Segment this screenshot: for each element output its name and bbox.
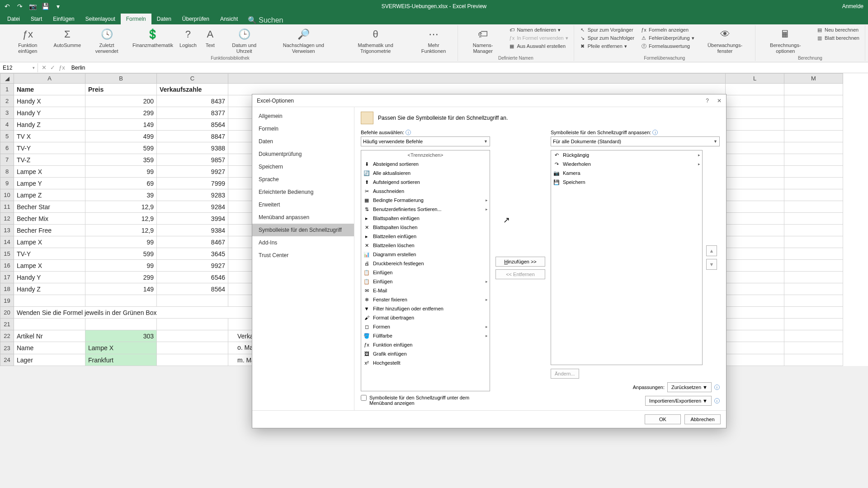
qat-item[interactable]: ↷Wiederholen▸ [551,160,702,169]
command-item[interactable]: 🔄Alle aktualisieren [361,169,490,178]
calc-sheet-button[interactable]: ▥Blatt berechnen [815,34,861,42]
remove-arrows-button[interactable]: ✖Pfeile entfernen ▾ [578,42,636,50]
options-nav-item[interactable]: Trust Center [252,249,354,262]
name-manager-button[interactable]: 🏷Namens-Manager [462,26,504,55]
trace-dependents-button[interactable]: ↘Spur zum Nachfolger [578,34,636,42]
modify-button[interactable]: Ändern... [551,369,579,379]
create-from-selection-button[interactable]: ▦Aus Auswahl erstellen [507,42,570,50]
error-check-button[interactable]: ⚠Fehlerüberprüfung ▾ [639,34,696,42]
math-button[interactable]: θMathematik und Trigonometrie [340,26,410,55]
command-item[interactable]: 🪣Füllfarbe▸ [361,331,490,340]
move-down-button[interactable]: ▼ [706,259,717,270]
info-icon[interactable]: i [652,130,658,135]
command-item[interactable]: ◻Formen▸ [361,322,490,331]
move-up-button[interactable]: ▲ [706,245,717,256]
trace-precedents-button[interactable]: ↖Spur zum Vorgänger [578,26,636,33]
command-item[interactable]: ▸Blattspalten einfügen [361,214,490,223]
qat-item[interactable]: ↶Rückgängig▸ [551,150,702,160]
more-functions-button[interactable]: ⋯Mehr Funktionen [413,26,454,55]
fx-bar-icon[interactable]: ƒx [59,64,65,71]
command-item[interactable]: ⬇Absteigend sortieren [361,160,490,169]
tab-seitenlayout[interactable]: Seitenlayout [80,14,121,24]
command-item[interactable]: ƒxFunktion einfügen [361,340,490,349]
tab-ueberpruefen[interactable]: Überprüfen [177,14,215,24]
options-nav-item[interactable]: Erleichterte Bedienung [252,186,354,198]
calc-now-button[interactable]: ▤Neu berechnen [815,26,861,33]
info-icon[interactable]: i [714,385,720,390]
tab-ansicht[interactable]: Ansicht [215,14,243,24]
define-name-button[interactable]: 🏷Namen definieren ▾ [507,26,570,33]
options-nav-item[interactable]: Sprache [252,173,354,186]
signin-link[interactable]: Anmelde [842,3,863,9]
camera-icon[interactable]: 📷 [29,3,36,10]
cancel-button[interactable]: Abbrechen [684,414,721,424]
help-icon[interactable]: ? [706,98,709,104]
options-nav-item[interactable]: Dokumentprüfung [252,148,354,160]
save-icon[interactable]: 💾 [42,3,49,10]
tab-einfuegen[interactable]: Einfügen [47,14,80,24]
remove-button[interactable]: << Entfernen [495,269,545,279]
tab-formeln[interactable]: Formeln [121,14,151,24]
command-item[interactable]: 🖼Grafik einfügen [361,349,490,358]
recent-button[interactable]: 🕓Zuletzt verwendet [85,26,128,55]
commands-listbox[interactable]: <Trennzeichen>⬇Absteigend sortieren🔄Alle… [361,150,490,391]
col-L[interactable]: L [726,74,784,84]
info-icon[interactable]: i [406,130,411,135]
redo-icon[interactable]: ↷ [16,3,24,10]
qat-item[interactable]: 💾Speichern [551,178,702,187]
col-B[interactable]: B [85,74,157,84]
tab-daten[interactable]: Daten [151,14,177,24]
options-nav-item[interactable]: Menüband anpassen [252,211,354,224]
undo-icon[interactable]: ↶ [4,3,11,10]
select-all[interactable]: ◢ [0,74,14,84]
options-nav-item[interactable]: Erweitert [252,198,354,211]
cancel-icon[interactable]: ✕ [42,64,47,71]
command-item[interactable]: ⇅Benutzerdefiniertes Sortieren...▸ [361,205,490,214]
command-item[interactable]: 🖨Druckbereich festlegen [361,259,490,268]
close-icon[interactable]: ✕ [717,98,722,104]
command-item[interactable]: ✕Blattspalten löschen [361,223,490,232]
date-button[interactable]: 🕒Datum und Uhrzeit [222,26,267,55]
choose-commands-combo[interactable]: Häufig verwendete Befehle▼ [361,136,490,146]
options-nav-item[interactable]: Allgemein [252,110,354,122]
command-item[interactable]: ⬆Aufsteigend sortieren [361,178,490,187]
financial-button[interactable]: 💲Finanzmathematik [131,26,175,49]
customize-qat-icon[interactable]: ▾ [54,3,61,10]
command-item[interactable]: 📋Einfügen [361,268,490,277]
use-in-formula-button[interactable]: ƒxIn Formel verwenden ▾ [507,34,570,42]
command-item[interactable]: ▸Blattzeilen einfügen [361,232,490,241]
command-item[interactable]: 📊Diagramm erstellen [361,250,490,259]
command-item[interactable]: 🖌Format übertragen [361,313,490,322]
info-icon[interactable]: i [714,398,720,404]
qat-item[interactable]: 📷Kamera [551,169,702,178]
command-item[interactable]: ✕Blattzeilen löschen [361,241,490,250]
customize-qat-combo[interactable]: Für alle Dokumente (Standard)▼ [551,136,720,146]
name-box[interactable]: E12▾ [0,63,38,72]
options-nav-item[interactable]: Symbolleiste für den Schnellzugriff [252,224,354,236]
enter-icon[interactable]: ✓ [50,64,55,71]
tab-datei[interactable]: Datei [2,14,25,24]
command-item[interactable]: ✂Ausschneiden [361,187,490,196]
tell-me-search[interactable]: 🔍 Suchen [248,16,283,24]
reset-dropdown[interactable]: Zurücksetzen ▼ [667,382,712,392]
evaluate-formula-button[interactable]: ⓕFormelauswertung [639,42,696,50]
col-M[interactable]: M [784,74,843,84]
col-A[interactable]: A [14,74,85,84]
command-item[interactable]: ❄Fenster fixieren▸ [361,295,490,304]
add-button[interactable]: HHinzufügen >>inzufügen >> [495,257,545,267]
autosum-button[interactable]: ΣAutoSumme [52,26,83,49]
qat-listbox[interactable]: ↶Rückgängig▸↷Wiederholen▸📷Kamera💾Speiche… [551,150,703,365]
command-item[interactable]: ✉E-Mail [361,286,490,295]
command-item[interactable]: x²Hochgestellt [361,358,490,367]
tab-start[interactable]: Start [25,14,47,24]
options-nav-item[interactable]: Formeln [252,122,354,135]
command-item[interactable]: 📋Einfügen▸ [361,277,490,286]
options-nav-item[interactable]: Add-Ins [252,236,354,249]
watch-window-button[interactable]: 👁Überwachungs-fenster [699,26,751,55]
text-button[interactable]: AText [201,26,219,49]
show-below-ribbon-checkbox[interactable] [361,395,367,401]
calc-options-button[interactable]: 🖩Berechnungs-optionen [759,26,812,55]
ok-button[interactable]: OK [645,414,681,424]
col-C[interactable]: C [157,74,228,84]
import-export-dropdown[interactable]: Importieren/Exportieren ▼ [645,396,712,406]
